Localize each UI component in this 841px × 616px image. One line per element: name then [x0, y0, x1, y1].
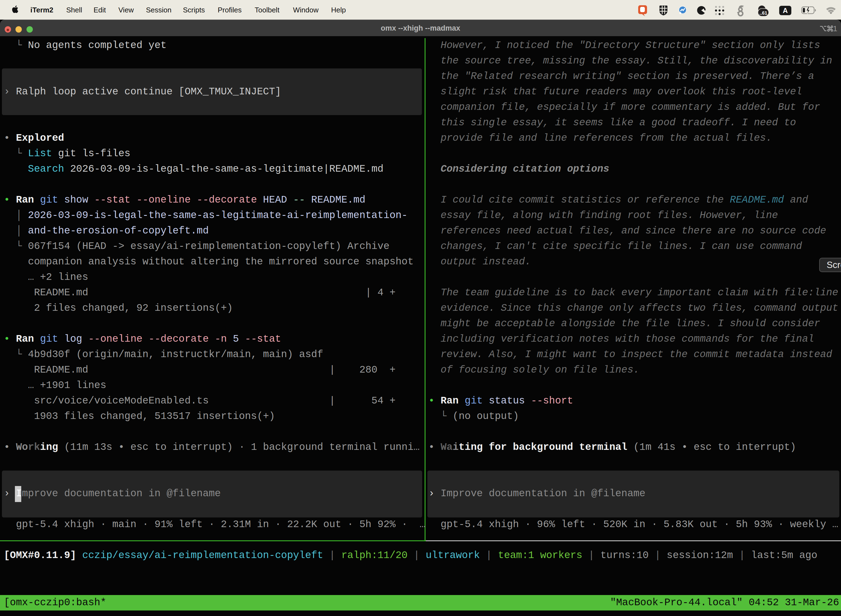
svg-text:A: A [783, 7, 788, 14]
svg-text:..61: ..61 [759, 10, 767, 16]
